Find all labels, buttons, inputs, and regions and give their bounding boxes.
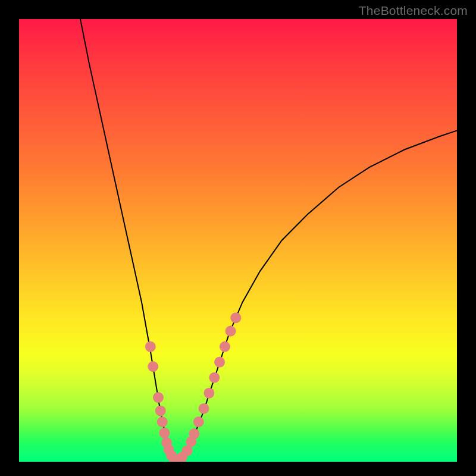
- curve-left-branch: [80, 19, 177, 460]
- highlight-dot: [159, 428, 170, 439]
- highlight-dot: [148, 361, 158, 372]
- highlight-dot: [193, 416, 204, 427]
- highlight-markers: [145, 312, 241, 462]
- highlight-dot: [199, 403, 209, 414]
- highlight-dot: [226, 326, 236, 337]
- curve-group: [80, 19, 457, 460]
- curve-right-branch: [177, 131, 457, 461]
- highlight-dot: [203, 388, 214, 399]
- highlight-dot: [153, 392, 164, 403]
- watermark-label: TheBottleneck.com: [359, 4, 468, 18]
- highlight-dot: [214, 357, 225, 368]
- highlight-dot: [189, 428, 199, 439]
- highlight-dot: [209, 372, 220, 383]
- highlight-dot: [145, 342, 156, 352]
- chart-overlay: [19, 19, 457, 462]
- highlight-dot: [220, 342, 230, 352]
- chart-frame: TheBottleneck.com: [0, 0, 476, 476]
- highlight-dot: [155, 405, 166, 416]
- highlight-dot: [230, 312, 241, 323]
- highlight-dot: [157, 416, 168, 427]
